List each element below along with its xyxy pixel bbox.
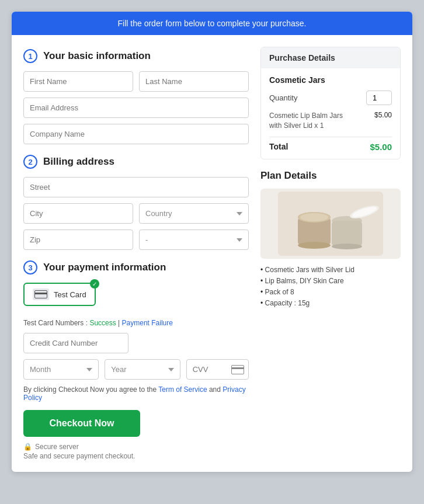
main-card: Fill the order form below to complete yo… xyxy=(12,12,412,472)
jars-svg xyxy=(278,192,383,256)
street-row xyxy=(23,177,249,197)
plan-bullets: Cosmetic Jars with Silver Lid Lip Balms,… xyxy=(260,266,401,307)
card-icon xyxy=(33,289,49,300)
tos-link[interactable]: Term of Service xyxy=(158,385,207,394)
section-3-label: Your payment information xyxy=(43,262,166,273)
section-2-number: 2 xyxy=(23,155,37,169)
purchase-body: Cosmetic Jars Quantity Cosmetic Lip Balm… xyxy=(261,68,400,159)
zip-input[interactable] xyxy=(23,230,133,250)
terms-prefix: By clicking Checkout Now you agree to th… xyxy=(23,385,158,394)
section-1-header: 1 Your basic information xyxy=(23,49,249,63)
bullet-0: Cosmetic Jars with Silver Lid xyxy=(260,266,401,274)
failure-link[interactable]: Payment Failure xyxy=(122,319,173,327)
test-card-option[interactable]: Test Card ✓ xyxy=(23,283,96,306)
section-2-header: 2 Billing address xyxy=(23,155,249,169)
svg-point-5 xyxy=(300,213,328,221)
section-1-label: Your basic information xyxy=(43,50,151,62)
left-column: 1 Your basic information 2 Billing addre… xyxy=(23,47,249,460)
name-row xyxy=(23,71,249,92)
bullet-2: Pack of 8 xyxy=(260,288,401,296)
item-desc: Cosmetic Lip Balm Jars with Silver Lid x… xyxy=(269,111,351,131)
credit-card-input[interactable] xyxy=(23,333,128,353)
purchase-details-box: Purchase Details Cosmetic Jars Quantity … xyxy=(260,47,401,159)
lock-icon: 🔒 xyxy=(23,443,32,451)
qty-row: Quantity xyxy=(269,91,392,105)
country-select[interactable]: Country xyxy=(139,203,249,224)
card-icon-inner xyxy=(34,290,47,298)
company-input[interactable] xyxy=(23,124,249,144)
section-1-number: 1 xyxy=(23,49,37,63)
zip-state-row: - xyxy=(23,230,249,250)
item-row: Cosmetic Lip Balm Jars with Silver Lid x… xyxy=(269,111,392,137)
section-3-number: 3 xyxy=(23,260,37,274)
section-3-header: 3 Your payment information xyxy=(23,260,249,274)
purchase-header: Purchase Details xyxy=(261,47,400,68)
banner-text: Fill the order form below to complete yo… xyxy=(118,19,307,28)
total-price: $5.00 xyxy=(370,142,392,152)
svg-point-3 xyxy=(298,242,331,249)
email-row xyxy=(23,98,249,118)
product-image xyxy=(260,189,401,259)
last-name-input[interactable] xyxy=(139,71,249,92)
secure-server-text: Secure server xyxy=(35,443,79,451)
quantity-input[interactable] xyxy=(366,91,392,105)
section-2-label: Billing address xyxy=(43,156,114,168)
top-banner: Fill the order form below to complete yo… xyxy=(12,12,412,35)
test-card-prefix: Test Card Numbers : xyxy=(23,319,89,327)
secure-info: 🔒 Secure server Safe and secure payment … xyxy=(23,443,249,460)
bullet-3: Capacity : 15g xyxy=(260,299,401,307)
svg-point-8 xyxy=(332,244,362,249)
terms-text: By clicking Checkout Now you agree to th… xyxy=(23,385,249,402)
cvv-wrap xyxy=(186,359,249,380)
month-select[interactable]: Month xyxy=(23,359,99,380)
success-link[interactable]: Success xyxy=(89,319,116,327)
item-price: $5.00 xyxy=(374,111,392,119)
company-row xyxy=(23,124,249,144)
cvv-card-icon xyxy=(231,365,244,374)
product-name: Cosmetic Jars xyxy=(269,75,392,85)
plan-details-area: Plan Details xyxy=(260,170,401,307)
right-column: Purchase Details Cosmetic Jars Quantity … xyxy=(260,47,401,460)
city-country-row: Country xyxy=(23,203,249,224)
street-input[interactable] xyxy=(23,177,249,197)
year-select[interactable]: Year xyxy=(105,359,180,380)
checkout-button[interactable]: Checkout Now xyxy=(23,410,140,437)
first-name-input[interactable] xyxy=(23,71,133,92)
test-card-note: Test Card Numbers : Success | Payment Fa… xyxy=(23,319,249,327)
credit-card-row xyxy=(23,333,249,353)
state-select[interactable]: - xyxy=(139,230,249,250)
check-badge: ✓ xyxy=(90,279,99,289)
svg-rect-7 xyxy=(332,221,362,246)
secure-server-line: 🔒 Secure server xyxy=(23,443,249,451)
plan-details-title: Plan Details xyxy=(260,170,401,182)
card-option-area: Test Card ✓ xyxy=(23,283,249,313)
total-row: Total $5.00 xyxy=(269,137,392,152)
expiry-cvv-row: Month Year xyxy=(23,359,249,380)
bullet-1: Lip Balms, DIY Skin Care xyxy=(260,277,401,285)
quantity-label: Quantity xyxy=(269,93,297,102)
card-label: Test Card xyxy=(54,290,86,299)
email-input[interactable] xyxy=(23,98,249,118)
terms-and: and xyxy=(207,385,223,394)
total-label: Total xyxy=(269,142,288,151)
secure-note-text: Safe and secure payment checkout. xyxy=(23,452,135,460)
city-input[interactable] xyxy=(23,203,133,224)
